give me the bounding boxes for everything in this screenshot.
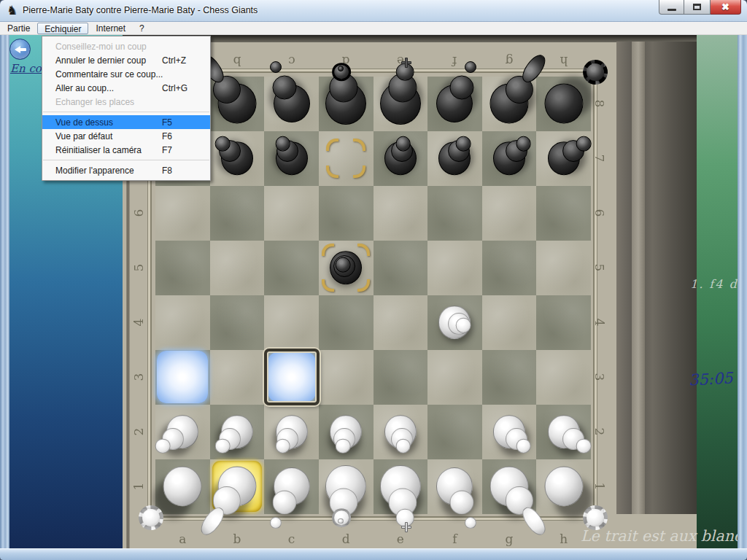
application-window: aabbccddeeffgghh1122334455667788 En cour…	[0, 0, 747, 560]
menu-item-shortcut: F8	[162, 166, 204, 176]
piece-part	[215, 136, 231, 152]
close-button[interactable]: ✖	[711, 0, 741, 15]
corner-mark	[326, 166, 338, 178]
menu-item-commentaire-sur-ce-coup[interactable]: Commentaire sur ce coup...	[42, 67, 210, 81]
square-a6[interactable]	[155, 186, 210, 241]
corner-mark	[357, 244, 370, 256]
piece-part	[338, 518, 344, 524]
menu-item-reinitialiser-la-camera[interactable]: Réinitialiser la caméraF7	[42, 143, 210, 157]
piece-part	[465, 517, 476, 529]
file-label-bottom-a: a	[179, 532, 186, 546]
file-label-bottom-b: b	[233, 532, 241, 546]
marker-hover-frame-c3[interactable]	[264, 349, 320, 405]
menu-item-label: Conseillez-moi un coup	[55, 42, 162, 52]
square-c5[interactable]	[264, 241, 319, 295]
square-h5[interactable]	[536, 241, 591, 295]
piece-part	[576, 438, 592, 454]
square-e3[interactable]	[374, 350, 428, 405]
piece-part	[456, 136, 471, 152]
menu-item-label: Aller au coup...	[55, 83, 162, 93]
piece-part	[215, 438, 231, 454]
rank-label-left-6: 6	[131, 209, 146, 217]
square-g6[interactable]	[482, 186, 537, 241]
marker-hint-a3[interactable]	[157, 351, 208, 403]
menu-item-label: Réinitialiser la caméra	[55, 145, 162, 155]
square-g3[interactable]	[482, 350, 537, 405]
window-title: Pierre-Marie Baty contre Pierre-Marie Ba…	[23, 5, 258, 15]
square-b3[interactable]	[210, 350, 265, 405]
rank-label-left-2: 2	[131, 428, 146, 436]
square-h4[interactable]	[536, 295, 591, 350]
square-h3[interactable]	[536, 350, 591, 405]
square-a4[interactable]	[155, 295, 210, 350]
rank-label-right-5: 5	[592, 264, 607, 272]
menu-item-echanger-les-places[interactable]: Echanger les places	[42, 95, 210, 109]
square-c6[interactable]	[264, 186, 319, 241]
file-label-bottom-e: e	[397, 532, 404, 546]
piece-part	[273, 490, 297, 514]
square-g5[interactable]	[482, 241, 537, 295]
square-d4[interactable]	[319, 295, 374, 350]
back-button[interactable]	[9, 39, 31, 60]
square-g4[interactable]	[482, 295, 537, 350]
app-icon-knight: ♞	[7, 4, 18, 18]
square-b5[interactable]	[210, 241, 265, 295]
square-b4[interactable]	[210, 295, 265, 350]
title-bar[interactable]: ♞ Pierre-Marie Baty contre Pierre-Marie …	[0, 0, 747, 22]
menu-item-modifier-l-apparence[interactable]: Modifier l'apparenceF8	[42, 163, 210, 177]
square-f2[interactable]	[427, 405, 482, 459]
square-c4[interactable]	[264, 295, 319, 350]
menubar-item-internet[interactable]: Internet	[89, 23, 132, 34]
menu-item-vue-par-defaut[interactable]: Vue par défautF6	[42, 129, 210, 143]
piece-part	[583, 60, 608, 85]
maximize-button[interactable]	[684, 0, 711, 15]
game-clock: 35:05	[688, 369, 733, 389]
menubar-item-?[interactable]: ?	[133, 23, 151, 34]
rank-label-right-2: 2	[592, 428, 607, 436]
file-label-top-h: h	[560, 54, 568, 69]
piece-part	[275, 438, 290, 454]
king-cross-icon	[405, 522, 408, 532]
square-e6[interactable]	[374, 186, 428, 241]
menubar-item-echiquier[interactable]: Echiquier	[37, 23, 88, 34]
menu-item-shortcut: Ctrl+G	[162, 83, 204, 93]
menubar-item-partie[interactable]: Partie	[1, 23, 36, 34]
menu-item-annuler-le-dernier-coup[interactable]: Annuler le dernier coupCtrl+Z	[42, 53, 210, 67]
corner-mark	[322, 279, 334, 292]
square-f3[interactable]	[427, 350, 482, 405]
piece-part	[544, 466, 583, 506]
menu-separator	[43, 160, 209, 160]
menu-item-conseillez-moi-un-coup[interactable]: Conseillez-moi un coup	[42, 39, 210, 53]
square-e4[interactable]	[374, 295, 428, 350]
square-a5[interactable]	[155, 241, 210, 295]
piece-part	[516, 136, 531, 152]
piece-part	[395, 438, 411, 454]
menu-item-label: Modifier l'apparence	[55, 166, 162, 176]
square-f6[interactable]	[427, 186, 482, 241]
corner-mark	[322, 244, 334, 256]
rank-label-left-5: 5	[131, 264, 146, 272]
square-f5[interactable]	[427, 241, 482, 295]
piece-part	[395, 136, 411, 152]
window-border-left	[0, 22, 9, 548]
piece-part	[336, 257, 351, 273]
square-d6[interactable]	[319, 186, 374, 241]
piece-part	[270, 517, 282, 529]
piece-part	[456, 318, 471, 333]
rank-label-right-3: 3	[592, 373, 607, 381]
piece-part	[275, 136, 290, 152]
piece-part	[139, 505, 163, 530]
menu-item-aller-au-coup[interactable]: Aller au coup...Ctrl+G	[42, 81, 210, 95]
piece-part	[544, 83, 583, 123]
piece-part	[155, 438, 171, 454]
close-icon: ✖	[721, 2, 729, 12]
square-e5[interactable]	[374, 241, 428, 295]
square-d3[interactable]	[319, 350, 374, 405]
file-label-bottom-f: f	[452, 532, 457, 546]
square-b6[interactable]	[210, 186, 265, 241]
turn-status-text: Le trait est aux blancs.	[581, 527, 747, 545]
minimize-button[interactable]	[659, 0, 684, 15]
menu-item-vue-de-dessus[interactable]: Vue de dessusF5	[42, 115, 210, 129]
square-h6[interactable]	[536, 186, 591, 241]
file-label-bottom-d: d	[342, 532, 350, 546]
